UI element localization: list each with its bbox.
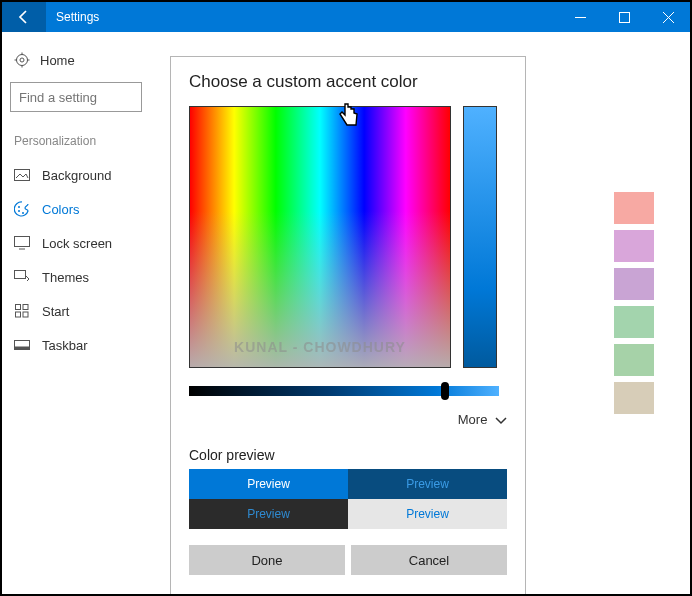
sidebar: Home Personalization Background Colors L…	[2, 32, 162, 594]
sidebar-item-label: Start	[42, 304, 69, 319]
hand-cursor-icon	[336, 101, 362, 135]
preview-tile-light-accent[interactable]: Preview	[189, 469, 348, 499]
sidebar-item-label: Lock screen	[42, 236, 112, 251]
color-swatch[interactable]	[614, 306, 654, 338]
recent-colors	[614, 192, 654, 414]
color-swatch[interactable]	[614, 382, 654, 414]
sidebar-item-label: Colors	[42, 202, 80, 217]
preview-header: Color preview	[189, 447, 507, 463]
done-button[interactable]: Done	[189, 545, 345, 575]
close-button[interactable]	[646, 2, 690, 32]
picture-icon	[14, 167, 30, 183]
value-strip[interactable]	[463, 106, 497, 368]
more-toggle[interactable]: More	[189, 412, 507, 427]
window-title: Settings	[46, 10, 558, 24]
color-swatch[interactable]	[614, 268, 654, 300]
sidebar-item-label: Themes	[42, 270, 89, 285]
taskbar-icon	[14, 337, 30, 353]
sidebar-item-lock-screen[interactable]: Lock screen	[10, 226, 154, 260]
svg-rect-12	[15, 237, 30, 247]
cancel-button[interactable]: Cancel	[351, 545, 507, 575]
brush-icon	[14, 269, 30, 285]
gear-icon	[14, 52, 30, 68]
minimize-icon	[575, 12, 586, 23]
hue-slider[interactable]	[189, 386, 499, 396]
svg-rect-20	[15, 347, 30, 350]
content-area: Home Personalization Background Colors L…	[2, 32, 690, 594]
slider-thumb[interactable]	[441, 382, 449, 400]
svg-point-3	[20, 58, 24, 62]
settings-window: Settings Home Personalization Background…	[0, 0, 692, 596]
window-controls	[558, 2, 690, 32]
svg-rect-14	[15, 271, 26, 279]
svg-point-9	[18, 206, 20, 208]
maximize-button[interactable]	[602, 2, 646, 32]
sidebar-item-colors[interactable]: Colors	[10, 192, 154, 226]
svg-rect-8	[15, 170, 30, 181]
svg-rect-1	[619, 12, 629, 22]
preview-grid: Preview Preview Preview Preview	[189, 469, 507, 529]
section-header: Personalization	[10, 130, 154, 158]
color-swatch[interactable]	[614, 344, 654, 376]
close-icon	[663, 12, 674, 23]
home-label: Home	[40, 53, 75, 68]
grid-icon	[14, 303, 30, 319]
sidebar-item-start[interactable]: Start	[10, 294, 154, 328]
dialog-title: Choose a custom accent color	[189, 72, 507, 92]
preview-tile-dark-bg[interactable]: Preview	[189, 499, 348, 529]
color-swatch[interactable]	[614, 230, 654, 262]
sidebar-item-label: Background	[42, 168, 111, 183]
svg-rect-16	[23, 305, 28, 310]
svg-rect-18	[23, 312, 28, 317]
svg-point-11	[22, 212, 24, 214]
titlebar: Settings	[2, 2, 690, 32]
color-picker-dialog: Choose a custom accent color KUNAL - CHO…	[170, 56, 526, 596]
sidebar-item-background[interactable]: Background	[10, 158, 154, 192]
monitor-icon	[14, 235, 30, 251]
svg-point-10	[18, 210, 20, 212]
sidebar-item-taskbar[interactable]: Taskbar	[10, 328, 154, 362]
svg-rect-17	[16, 312, 21, 317]
preview-tile-dark-accent[interactable]: Preview	[348, 469, 507, 499]
maximize-icon	[619, 12, 630, 23]
arrow-left-icon	[16, 9, 32, 25]
sidebar-item-label: Taskbar	[42, 338, 88, 353]
home-link[interactable]: Home	[10, 46, 154, 74]
dialog-buttons: Done Cancel	[189, 545, 507, 575]
svg-point-2	[17, 55, 28, 66]
watermark-text: KUNAL - CHOWDHURY	[190, 339, 450, 355]
minimize-button[interactable]	[558, 2, 602, 32]
search-input[interactable]	[10, 82, 142, 112]
preview-tile-light-bg[interactable]: Preview	[348, 499, 507, 529]
palette-icon	[14, 201, 30, 217]
svg-rect-15	[16, 305, 21, 310]
more-label: More	[458, 412, 488, 427]
back-button[interactable]	[2, 2, 46, 32]
color-spectrum[interactable]: KUNAL - CHOWDHURY	[189, 106, 451, 368]
chevron-down-icon	[495, 416, 507, 426]
color-swatch[interactable]	[614, 192, 654, 224]
sidebar-item-themes[interactable]: Themes	[10, 260, 154, 294]
